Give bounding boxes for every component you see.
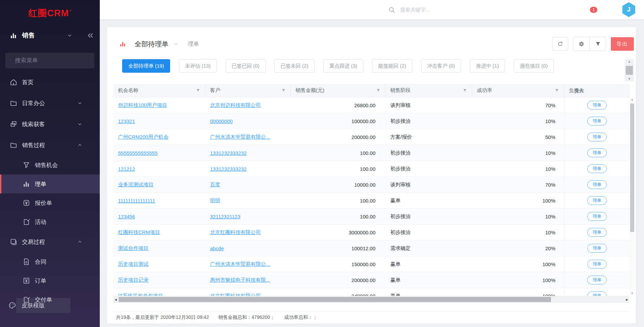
filter-icon[interactable] bbox=[281, 88, 286, 93]
lidan-button[interactable]: 理单 bbox=[587, 276, 607, 284]
lidan-button[interactable]: 理单 bbox=[587, 164, 607, 173]
opportunity-link[interactable]: 创迈科技100用户项目 bbox=[118, 102, 167, 108]
table-horizontal-scrollbar[interactable]: ◀ ▶ bbox=[113, 296, 629, 303]
lidan-button[interactable]: 理单 bbox=[587, 148, 607, 157]
tabs-scrollbar[interactable]: ▲ ▼ bbox=[625, 59, 634, 81]
customer-link[interactable]: 1331232333232 bbox=[210, 166, 247, 172]
opportunity-link[interactable]: 测试合作项目 bbox=[118, 245, 148, 251]
refresh-button[interactable] bbox=[552, 37, 568, 51]
lidan-button[interactable]: 理单 bbox=[587, 291, 607, 296]
scroll-down-icon[interactable]: ▼ bbox=[631, 291, 634, 296]
opportunity-link[interactable]: 121212 bbox=[118, 166, 135, 172]
sidebar-search[interactable] bbox=[5, 53, 94, 68]
sidebar-item-lidan[interactable]: 理单 bbox=[0, 174, 100, 193]
avatar[interactable]: J bbox=[622, 2, 636, 17]
sidebar-item-skin[interactable]: 皮肤模版 bbox=[0, 298, 50, 313]
scroll-up-icon[interactable]: ▲ bbox=[628, 60, 631, 63]
horizontal-scrollbar-thumb[interactable] bbox=[119, 297, 551, 302]
page-title[interactable]: 全部待理单 bbox=[135, 40, 168, 49]
filter-icon[interactable] bbox=[196, 88, 200, 93]
global-search[interactable] bbox=[388, 0, 452, 19]
opportunity-link[interactable]: 55555555555555 bbox=[118, 150, 158, 156]
tab-not-evaluated[interactable]: 未评估 (13) bbox=[179, 59, 217, 73]
tab-signed-unreturned[interactable]: 已签未回 (2) bbox=[274, 59, 315, 73]
amount-cell: 100.00 bbox=[291, 150, 386, 156]
action-cell: 理单 bbox=[564, 256, 629, 272]
customer-link[interactable]: 北京红圈科技有限公司 bbox=[210, 229, 261, 235]
sidebar-item-home[interactable]: 首页 bbox=[0, 72, 100, 93]
tab-all[interactable]: 全部待理单 (19) bbox=[122, 59, 170, 73]
opportunity-link[interactable]: 历史项目测试 bbox=[118, 261, 148, 267]
sidebar-item-sales-process[interactable]: 销售过程 bbox=[0, 135, 100, 156]
sidebar-item-trade-process[interactable]: 交易过程 bbox=[0, 231, 100, 252]
tab-endangered[interactable]: 濒危项目 (0) bbox=[514, 59, 554, 73]
lidan-button[interactable]: 理单 bbox=[587, 260, 607, 268]
rate-cell: 70% bbox=[472, 182, 564, 188]
amount-cell: 100012.00 bbox=[291, 246, 386, 251]
customer-link[interactable]: 32112321123 bbox=[210, 214, 240, 219]
collapse-icon[interactable] bbox=[86, 31, 94, 40]
filter-icon[interactable] bbox=[463, 88, 467, 93]
table-row: 业务流测试项目百度10000.00谈判审核70%理单 bbox=[113, 177, 629, 193]
scroll-up-icon[interactable]: ▲ bbox=[631, 97, 634, 102]
export-button[interactable]: 导出 bbox=[611, 37, 634, 51]
lidan-button[interactable]: 理单 bbox=[587, 180, 607, 189]
opportunity-link[interactable]: 业务流测试项目 bbox=[118, 182, 154, 187]
sidebar-item-lead-acquisition[interactable]: 线索获客 bbox=[0, 114, 100, 135]
customer-link[interactable]: 北京红圈科技有限公司 bbox=[210, 293, 261, 296]
opportunity-cell: 测试合作项目 bbox=[113, 245, 205, 252]
sidebar-item-sales-opportunity[interactable]: 销售机会 bbox=[0, 156, 100, 174]
vertical-scrollbar-thumb[interactable] bbox=[630, 103, 634, 232]
lidan-button[interactable]: 理单 bbox=[587, 117, 607, 125]
sidebar-item-contract[interactable]: 合同 bbox=[0, 252, 100, 271]
tab-advancing[interactable]: 推进中 (1) bbox=[470, 59, 505, 73]
customer-link[interactable]: 百度 bbox=[210, 182, 220, 187]
sidebar-module-sales[interactable]: 销售 bbox=[0, 26, 100, 45]
opportunity-link[interactable]: 红圈科技CRM项目 bbox=[118, 229, 160, 235]
customer-link[interactable]: 惠州市魅炫电子科技有限... bbox=[210, 277, 270, 283]
amount-cell: 100.00 bbox=[291, 214, 386, 219]
lidan-button[interactable]: 理单 bbox=[587, 212, 607, 221]
scroll-down-icon[interactable]: ▼ bbox=[628, 77, 631, 80]
column-header-amount: 销售金额(元) bbox=[291, 84, 386, 97]
filter-icon[interactable] bbox=[555, 88, 559, 93]
customer-link[interactable]: 广州水清木华贸易有限公... bbox=[210, 261, 270, 267]
opportunity-link[interactable]: 广州CRM200用户机会 bbox=[118, 134, 168, 140]
sidebar-item-order[interactable]: 订单 bbox=[0, 271, 100, 290]
opportunity-link[interactable]: IT系统采购总包项目 bbox=[118, 293, 163, 296]
lidan-button[interactable]: 理单 bbox=[587, 196, 607, 205]
customer-link[interactable]: 北京创迈科技有限公司 bbox=[210, 102, 261, 108]
filter-icon[interactable] bbox=[376, 88, 381, 93]
scroll-right-icon[interactable]: ▶ bbox=[625, 298, 629, 301]
filter-button[interactable] bbox=[590, 37, 606, 51]
customer-link[interactable]: 1331232333232 bbox=[210, 150, 247, 156]
column-settings-button[interactable] bbox=[573, 37, 590, 51]
sidebar-search-input[interactable] bbox=[14, 57, 90, 64]
lidan-button[interactable]: 理单 bbox=[587, 133, 607, 141]
customer-link[interactable]: 00000000 bbox=[210, 118, 233, 124]
tab-attack-customer[interactable]: 冲击客户 (0) bbox=[421, 59, 461, 73]
search-icon bbox=[9, 57, 11, 64]
table-vertical-scrollbar[interactable]: ▲ ▼ bbox=[629, 97, 635, 296]
amount-cell: 26800.00 bbox=[291, 102, 386, 108]
customer-link[interactable]: 明明 bbox=[210, 197, 220, 203]
opportunity-link[interactable]: 123321 bbox=[118, 118, 135, 124]
tab-key-follow[interactable]: 重点跟进 (3) bbox=[323, 59, 364, 73]
lidan-button[interactable]: 理单 bbox=[587, 244, 607, 253]
table-row: 12345632112321123100.00初步接洽10%理单 bbox=[113, 209, 629, 225]
lidan-button[interactable]: 理单 bbox=[587, 228, 607, 237]
sidebar-item-activity[interactable]: 活动 bbox=[0, 212, 100, 231]
tab-can-sign-return[interactable]: 能签能回 (2) bbox=[372, 59, 412, 73]
customer-link[interactable]: 广州水清木华贸易有限公... bbox=[210, 134, 270, 140]
opportunity-link[interactable]: 111111111111111 bbox=[118, 198, 155, 204]
sidebar-item-daily-office[interactable]: 日常办公 bbox=[0, 93, 100, 114]
opportunity-link[interactable]: 历史项目记录 bbox=[118, 277, 148, 283]
sidebar-item-quotation[interactable]: 报价单 bbox=[0, 193, 100, 212]
tab-signed-returned[interactable]: 已签已回 (0) bbox=[226, 59, 266, 73]
lidan-button[interactable]: 理单 bbox=[587, 101, 607, 110]
customer-link[interactable]: abcde bbox=[210, 246, 224, 251]
scroll-left-icon[interactable]: ◀ bbox=[113, 298, 118, 301]
tabs-scrollbar-thumb[interactable] bbox=[626, 66, 633, 75]
global-search-input[interactable] bbox=[399, 6, 452, 13]
opportunity-link[interactable]: 123456 bbox=[118, 214, 135, 219]
